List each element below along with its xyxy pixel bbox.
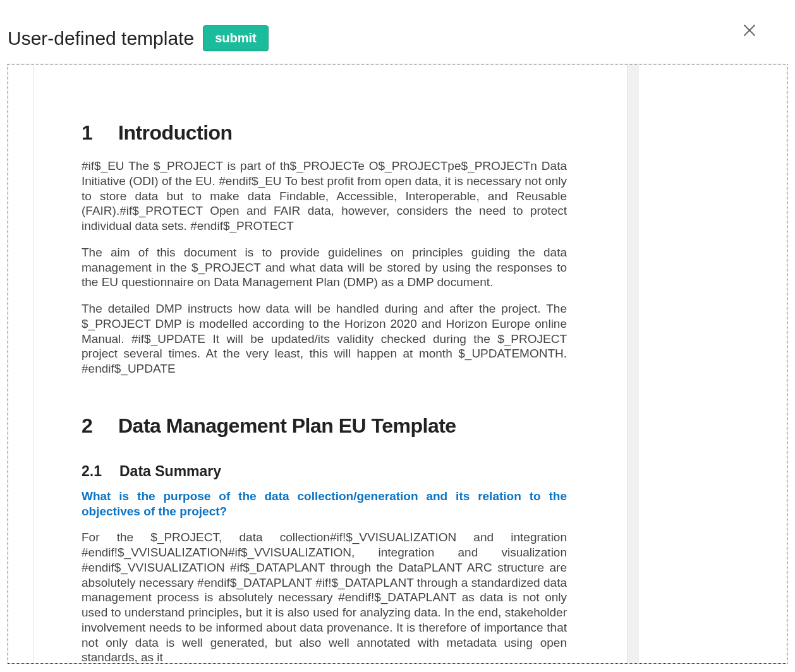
- scrollbar-gutter[interactable]: [628, 64, 639, 663]
- section-1-heading: 1Introduction: [82, 121, 567, 145]
- document-frame: 1Introduction #if$_EU The $_PROJECT is p…: [8, 64, 787, 664]
- subsection-2-1-heading: 2.1Data Summary: [82, 463, 567, 480]
- close-icon[interactable]: [742, 23, 757, 38]
- question-heading: What is the purpose of the data collecti…: [82, 489, 567, 519]
- page-wrap: 1Introduction #if$_EU The $_PROJECT is p…: [33, 64, 639, 663]
- subsection-number: 2.1: [82, 463, 119, 480]
- document-page[interactable]: 1Introduction #if$_EU The $_PROJECT is p…: [33, 64, 628, 663]
- section-number: 1: [82, 121, 118, 145]
- section-number: 2: [82, 414, 118, 438]
- paragraph: The aim of this document is to provide g…: [82, 245, 567, 290]
- header-title: User-defined template: [8, 28, 194, 49]
- section-2-heading: 2Data Management Plan EU Template: [82, 414, 567, 438]
- section-title: Data Management Plan EU Template: [118, 414, 456, 437]
- submit-button[interactable]: submit: [203, 25, 269, 51]
- paragraph: #if$_EU The $_PROJECT is part of th$_PRO…: [82, 159, 567, 234]
- subsection-title: Data Summary: [119, 463, 221, 479]
- header-bar: User-defined template submit: [0, 0, 795, 64]
- paragraph: For the $_PROJECT, data collection#if!$_…: [82, 530, 567, 665]
- paragraph: The detailed DMP instructs how data will…: [82, 301, 567, 376]
- section-title: Introduction: [118, 121, 233, 144]
